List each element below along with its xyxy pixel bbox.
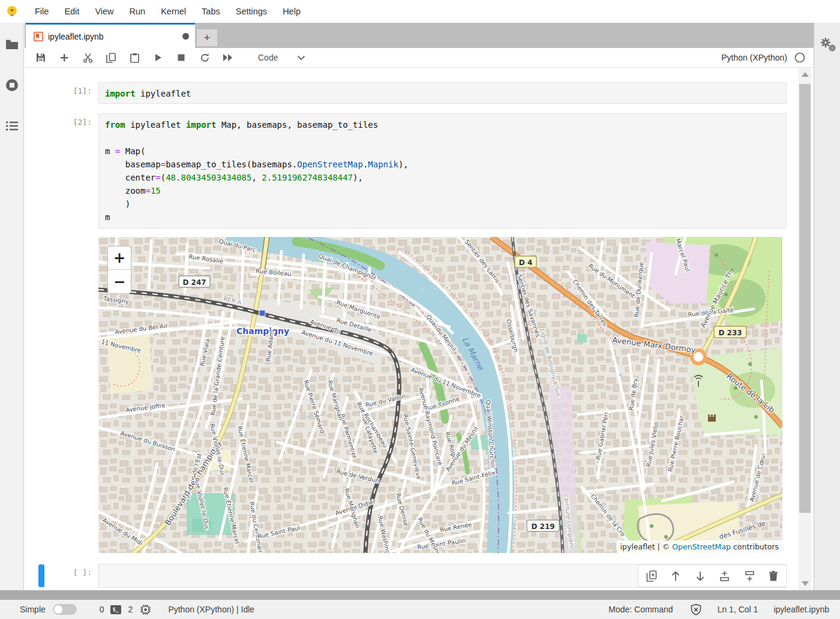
cell2-prompt: [2]: — [25, 118, 92, 127]
file-browser-icon[interactable] — [0, 32, 24, 56]
tab-ipyleaflet[interactable]: ipyleaflet.ipynb — [26, 23, 195, 48]
road-badge: D 247 — [179, 276, 210, 287]
map-zoom-control: + − — [107, 246, 131, 294]
tab-title: ipyleaflet.ipynb — [48, 32, 104, 41]
move-cell-up-icon[interactable] — [670, 570, 681, 582]
castle-icon — [708, 414, 716, 422]
leaflet-map[interactable]: Quai du ParcRue RosalieRue BoileauQuai d… — [98, 237, 782, 553]
menu-item[interactable]: File — [27, 7, 56, 16]
property-inspector-icon[interactable] — [819, 36, 837, 54]
notebook-icon — [34, 32, 43, 41]
cell2-code: from ipyleaflet import Map, basemaps, ba… — [99, 114, 786, 224]
osm-link[interactable]: OpenStreetMap — [672, 542, 731, 551]
svg-text:D 4: D 4 — [519, 259, 533, 267]
cell1-prompt: [1]: — [25, 86, 92, 95]
menu-item[interactable]: Settings — [228, 7, 275, 16]
kernel-status-icon — [794, 52, 805, 63]
scrollbar-thumb[interactable] — [799, 84, 811, 513]
notebook-toolbar: Code Python (XPython) — [25, 48, 814, 68]
cell1-code: import ipyleaflet — [99, 83, 786, 100]
kernel-chip-icon — [140, 604, 151, 615]
map-output: Quai du ParcRue RosalieRue BoileauQuai d… — [98, 237, 782, 553]
kernel-status-text[interactable]: Python (XPython) | Idle — [168, 605, 254, 614]
map-attribution: ipyleaflet | © OpenStreetMap contributor… — [617, 540, 782, 553]
notebook-panel: [1]: import ipyleaflet [2]: from ipyleaf… — [25, 68, 799, 591]
road-badge: D 233 — [714, 326, 746, 338]
bottom-strip — [0, 590, 840, 600]
svg-text:D 233: D 233 — [718, 329, 742, 337]
paste-cells-button[interactable] — [126, 49, 143, 66]
attribution-prefix: ipyleaflet | © — [620, 542, 673, 551]
cell1-input[interactable]: import ipyleaflet — [98, 82, 787, 104]
interrupt-kernel-button[interactable] — [173, 49, 190, 66]
insert-cell-button[interactable] — [56, 49, 73, 66]
cell2-input[interactable]: from ipyleaflet import Map, basemaps, ba… — [98, 113, 787, 229]
simple-mode-toggle[interactable] — [53, 604, 77, 615]
menu-item[interactable]: Kernel — [153, 7, 194, 16]
app-logo-icon — [5, 5, 19, 18]
zoom-in-button[interactable]: + — [108, 247, 131, 270]
tab-bar: ipyleaflet.ipynb + — [25, 23, 814, 48]
zoom-out-button[interactable]: − — [108, 270, 131, 293]
cell-type-dropdown[interactable]: Code — [258, 53, 278, 62]
active-cell-collapser[interactable] — [38, 564, 44, 587]
kernel-count[interactable]: 2 — [128, 605, 133, 614]
run-cell-button[interactable] — [149, 49, 166, 66]
running-kernels-icon[interactable] — [0, 73, 24, 97]
trust-shield-icon — [690, 603, 702, 615]
menu-item[interactable]: Help — [275, 7, 308, 16]
run-all-button[interactable] — [220, 49, 236, 66]
road-badge: D 219 — [527, 520, 559, 531]
duplicate-cell-icon[interactable] — [646, 570, 657, 582]
menu: FileEditViewRunKernelTabsSettingsHelp — [27, 7, 308, 16]
menu-item[interactable]: Run — [122, 7, 154, 16]
jupyterlab-window: FileEditViewRunKernelTabsSettingsHelp ip… — [0, 0, 840, 619]
simple-mode-label: Simple — [20, 605, 46, 614]
table-of-contents-icon[interactable] — [0, 114, 24, 138]
menu-item[interactable]: View — [87, 7, 121, 16]
unsaved-dot[interactable] — [182, 33, 189, 40]
chevron-down-icon[interactable] — [297, 55, 305, 61]
road-badge: D 4 — [515, 256, 536, 268]
station-marker — [259, 310, 265, 316]
terminal-count[interactable]: 0 — [100, 605, 104, 614]
restart-kernel-button[interactable] — [196, 49, 213, 66]
scroll-down-arrow[interactable] — [799, 577, 811, 590]
statusbar-filename: ipyleaflet.ipynb — [773, 605, 829, 614]
terminal-icon: $_ — [110, 605, 121, 614]
command-mode-indicator[interactable]: Mode: Command — [608, 605, 673, 614]
new-tab-button[interactable]: + — [197, 29, 217, 46]
menu-item[interactable]: Edit — [56, 7, 87, 16]
cell-toolbar — [638, 564, 787, 587]
right-sidebar — [814, 23, 840, 600]
cursor-position[interactable]: Ln 1, Col 1 — [718, 605, 758, 614]
left-sidebar — [0, 23, 24, 600]
delete-cell-icon[interactable] — [769, 570, 778, 581]
copy-cells-button[interactable] — [103, 49, 119, 66]
scroll-up-arrow[interactable] — [799, 68, 811, 80]
move-cell-down-icon[interactable] — [695, 570, 706, 582]
svg-text:D 219: D 219 — [531, 522, 554, 531]
status-bar: Simple 0 $_ 2 Python (XPython) | Idle Mo… — [0, 600, 840, 619]
street-label: Champigny — [236, 326, 289, 336]
menu-item[interactable]: Tabs — [194, 7, 228, 16]
cut-cells-button[interactable] — [79, 49, 96, 66]
insert-cell-below-icon[interactable] — [744, 570, 755, 582]
kernel-name[interactable]: Python (XPython) — [721, 53, 787, 62]
insert-cell-above-icon[interactable] — [719, 570, 730, 582]
save-button[interactable] — [32, 49, 49, 66]
svg-text:D 247: D 247 — [182, 278, 206, 287]
map-canvas: Quai du ParcRue RosalieRue BoileauQuai d… — [98, 237, 782, 553]
menubar: FileEditViewRunKernelTabsSettingsHelp — [0, 0, 840, 23]
attribution-suffix: contributors — [731, 542, 779, 551]
empty-cell-prompt: [ ]: — [25, 568, 92, 577]
